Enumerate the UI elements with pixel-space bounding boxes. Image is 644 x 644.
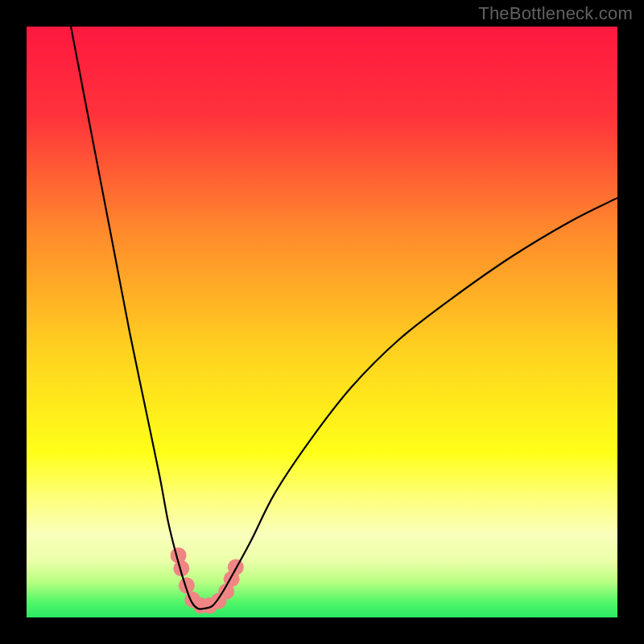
gradient-background [27, 27, 617, 617]
chart-frame: TheBottleneck.com [0, 0, 644, 644]
watermark-text: TheBottleneck.com [478, 3, 633, 24]
chart-svg [27, 27, 617, 617]
plot-area [27, 27, 617, 617]
